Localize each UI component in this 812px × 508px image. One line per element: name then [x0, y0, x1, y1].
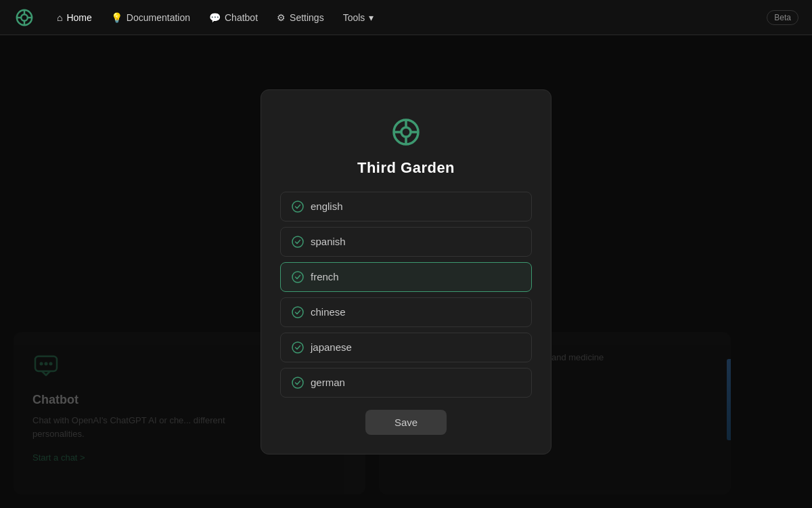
- language-english-label: english: [311, 200, 343, 212]
- nav-item-documentation-label: Documentation: [127, 12, 190, 23]
- svg-point-16: [292, 201, 303, 212]
- check-icon-chinese: [292, 306, 304, 318]
- svg-point-20: [292, 342, 303, 353]
- main-content: Chatbot Chat with OpenAI's ChatGPT AI or…: [0, 35, 812, 508]
- check-icon-japanese: [292, 341, 304, 354]
- nav-item-home[interactable]: ⌂ Home: [49, 8, 100, 27]
- save-button[interactable]: Save: [365, 410, 447, 435]
- language-item-chinese[interactable]: chinese: [280, 297, 532, 327]
- beta-badge: Beta: [767, 10, 798, 25]
- modal-logo: [388, 114, 424, 150]
- check-icon-english: [292, 200, 304, 213]
- check-icon-french: [292, 271, 304, 283]
- svg-point-19: [292, 307, 303, 318]
- nav-item-documentation[interactable]: 💡 Documentation: [103, 8, 198, 27]
- svg-point-17: [292, 236, 303, 247]
- nav-item-chatbot[interactable]: 💬 Chatbot: [201, 8, 266, 27]
- home-icon: ⌂: [57, 12, 62, 23]
- language-item-english[interactable]: english: [280, 192, 532, 221]
- language-modal: Third Garden english spanish: [261, 89, 551, 454]
- nav-item-tools[interactable]: Tools ▾: [335, 8, 382, 27]
- nav-item-settings[interactable]: ⚙ Settings: [269, 8, 332, 27]
- check-icon-german: [292, 377, 304, 389]
- language-chinese-label: chinese: [311, 306, 346, 318]
- svg-point-1: [21, 14, 28, 21]
- svg-point-18: [292, 272, 303, 282]
- nav-item-settings-label: Settings: [290, 12, 324, 23]
- language-japanese-label: japanese: [311, 341, 352, 353]
- nav-items: ⌂ Home 💡 Documentation 💬 Chatbot ⚙ Setti…: [49, 8, 767, 27]
- svg-point-21: [292, 377, 303, 388]
- language-item-french[interactable]: french: [280, 262, 532, 292]
- language-spanish-label: spanish: [311, 236, 346, 247]
- svg-point-11: [401, 127, 411, 137]
- modal-title: Third Garden: [357, 159, 455, 177]
- check-icon-spanish: [292, 236, 304, 248]
- modal-overlay: Third Garden english spanish: [0, 35, 812, 508]
- language-item-german[interactable]: german: [280, 368, 532, 398]
- nav-item-home-label: Home: [66, 12, 91, 23]
- language-german-label: german: [311, 377, 345, 388]
- language-item-japanese[interactable]: japanese: [280, 333, 532, 362]
- chatbot-nav-icon: 💬: [209, 12, 221, 23]
- navbar: ⌂ Home 💡 Documentation 💬 Chatbot ⚙ Setti…: [0, 0, 812, 35]
- nav-logo: [14, 7, 35, 28]
- language-french-label: french: [311, 271, 339, 282]
- language-list: english spanish french: [280, 192, 532, 398]
- nav-item-chatbot-label: Chatbot: [225, 12, 258, 23]
- chevron-down-icon: ▾: [369, 12, 374, 23]
- documentation-icon: 💡: [111, 12, 122, 23]
- settings-icon: ⚙: [277, 12, 286, 23]
- nav-item-tools-label: Tools: [343, 12, 365, 23]
- language-item-spanish[interactable]: spanish: [280, 227, 532, 257]
